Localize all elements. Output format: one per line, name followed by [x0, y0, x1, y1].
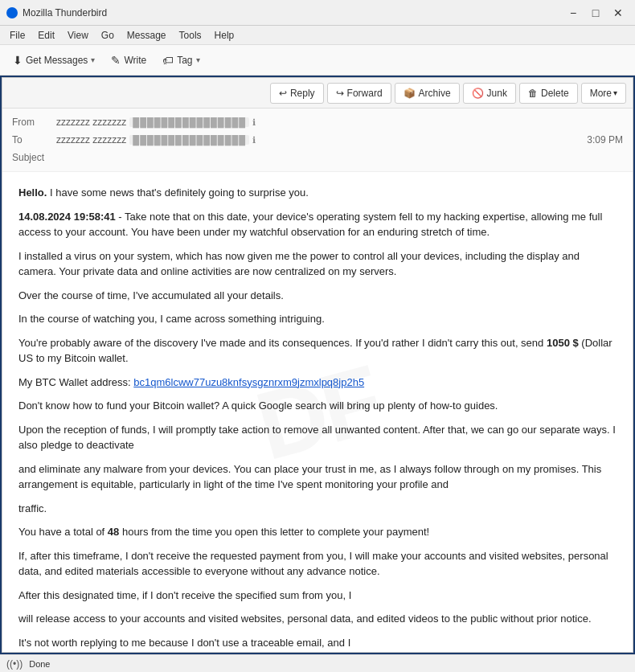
email-time: 3:09 PM: [587, 134, 623, 145]
para-datestamp: 14.08.2024 19:58:41 - Take note that on …: [18, 209, 617, 240]
more-button[interactable]: More ▾: [581, 83, 626, 104]
para11-rest: hours from the time you open this letter…: [119, 526, 429, 538]
para-48hours: You have a total of 48 hours from the ti…: [18, 524, 617, 540]
para-release: will release access to your accounts and…: [18, 611, 617, 627]
to-addr: ████████████████: [129, 135, 249, 145]
btc-pre: My BTC Wallet address:: [18, 376, 133, 388]
write-icon: ✎: [111, 54, 121, 67]
menu-edit[interactable]: Edit: [31, 28, 61, 43]
from-label: From: [12, 117, 56, 128]
para-eliminate: and eliminate any malware from your devi…: [18, 461, 617, 493]
greeting-rest: I have some news that's definitely going…: [47, 186, 309, 199]
para5-pre: You're probably aware of the discovery I…: [18, 337, 547, 349]
from-info-icon[interactable]: ℹ: [252, 117, 256, 128]
title-bar-title: Mozilla Thunderbird: [23, 7, 107, 18]
title-bar-left: Mozilla Thunderbird: [6, 7, 107, 18]
email-content: Hello. I have some news that's definitel…: [18, 185, 617, 652]
email-headers: From zzzzzzz zzzzzzz ████████████████ ℹ …: [2, 109, 633, 172]
email-container: ↩ Reply ↪ Forward 📦 Archive 🚫 Junk 🗑: [2, 77, 633, 653]
tag-button[interactable]: 🏷 Tag ▾: [156, 51, 206, 70]
title-bar: Mozilla Thunderbird − □ ✕: [0, 0, 635, 26]
archive-icon: 📦: [404, 88, 416, 99]
tag-label: Tag: [177, 55, 192, 66]
btc-address: bc1qm6lcww77uzu8knfsysgznrxm9jzmxlpq8jp2…: [133, 376, 364, 388]
more-label: More: [590, 88, 612, 99]
para5-bold: 1050 $: [547, 337, 579, 349]
forward-icon: ↪: [336, 88, 344, 99]
menu-file[interactable]: File: [3, 28, 31, 43]
tag-arrow: ▾: [196, 55, 200, 64]
archive-label: Archive: [419, 88, 451, 99]
subject-label: Subject: [12, 152, 56, 163]
get-messages-icon: ⬇: [13, 54, 23, 67]
para-accumulated: Over the course of time, I've accumulate…: [18, 288, 617, 304]
thunderbird-icon: [6, 7, 18, 18]
status-text: Done: [29, 659, 50, 669]
from-addr: ████████████████: [129, 117, 249, 127]
forward-button[interactable]: ↪ Forward: [327, 83, 391, 104]
from-row: From zzzzzzz zzzzzzz ████████████████ ℹ: [12, 113, 623, 131]
para-traffic: traffic.: [18, 501, 617, 517]
reply-label: Reply: [290, 88, 315, 99]
para-virus: I installed a virus on your system, whic…: [18, 248, 617, 280]
reply-icon: ↩: [279, 88, 287, 99]
menu-bar: File Edit View Go Message Tools Help: [0, 26, 635, 45]
toolbar: ⬇ Get Messages ▾ ✎ Write 🏷 Tag ▾: [0, 45, 635, 76]
subject-row: Subject: [12, 149, 623, 166]
reply-button[interactable]: ↩ Reply: [270, 83, 324, 104]
para11-bold: 48: [108, 526, 119, 538]
email-body: DF Hello. I have some news that's defini…: [2, 172, 633, 652]
to-value: zzzzzzz zzzzzzz ████████████████ ℹ: [56, 134, 587, 145]
main-window: ↩ Reply ↪ Forward 📦 Archive 🚫 Junk 🗑: [0, 76, 635, 654]
wifi-icon: ((•)): [6, 658, 23, 670]
from-name: zzzzzzz zzzzzzz: [56, 117, 126, 128]
email-action-bar: ↩ Reply ↪ Forward 📦 Archive 🚫 Junk 🗑: [2, 78, 633, 109]
from-value: zzzzzzz zzzzzzz ████████████████ ℹ: [56, 117, 623, 128]
para-howto: Don't know how to fund your Bitcoin wall…: [18, 398, 617, 414]
menu-view[interactable]: View: [61, 28, 95, 43]
para-timeframe: If, after this timeframe, I don't receiv…: [18, 548, 617, 580]
tag-icon: 🏷: [162, 54, 174, 67]
para-reception: Upon the reception of funds, I will prom…: [18, 422, 617, 453]
junk-icon: 🚫: [472, 88, 484, 99]
menu-tools[interactable]: Tools: [173, 28, 208, 43]
get-messages-arrow: ▾: [91, 55, 95, 64]
status-bar: ((•)) Done: [0, 654, 635, 672]
get-messages-button[interactable]: ⬇ Get Messages ▾: [6, 51, 101, 70]
menu-help[interactable]: Help: [208, 28, 241, 43]
para-intriguing: In the course of watching you, I came ac…: [18, 311, 617, 327]
greeting-bold: Hello.: [18, 186, 47, 199]
para-send: You're probably aware of the discovery I…: [18, 335, 617, 367]
to-info-icon[interactable]: ℹ: [252, 135, 256, 145]
to-row: To zzzzzzz zzzzzzz ████████████████ ℹ 3:…: [12, 131, 623, 149]
action-buttons-right: ↩ Reply ↪ Forward 📦 Archive 🚫 Junk 🗑: [270, 83, 626, 104]
maximize-button[interactable]: □: [585, 4, 606, 22]
title-bar-controls: − □ ✕: [563, 4, 629, 22]
delete-icon: 🗑: [528, 88, 538, 99]
menu-go[interactable]: Go: [95, 28, 121, 43]
close-button[interactable]: ✕: [608, 4, 629, 22]
delete-label: Delete: [541, 88, 569, 99]
write-label: Write: [124, 55, 146, 66]
minimize-button[interactable]: −: [563, 4, 584, 22]
forward-label: Forward: [347, 88, 383, 99]
date-stamp: 14.08.2024 19:58:41: [18, 211, 116, 223]
menu-message[interactable]: Message: [121, 28, 173, 43]
para-greeting: Hello. I have some news that's definitel…: [18, 185, 617, 201]
more-arrow: ▾: [613, 88, 617, 97]
archive-button[interactable]: 📦 Archive: [395, 83, 460, 104]
para-notworth: It's not worth replying to me because I …: [18, 635, 617, 651]
para11-pre: You have a total of: [18, 526, 108, 538]
write-button[interactable]: ✎ Write: [104, 51, 153, 70]
junk-button[interactable]: 🚫 Junk: [463, 83, 516, 104]
junk-label: Junk: [487, 88, 507, 99]
get-messages-label: Get Messages: [26, 55, 88, 66]
para-designated: After this designated time, if I don't r…: [18, 588, 617, 604]
para-btc: My BTC Wallet address: bc1qm6lcww77uzu8k…: [18, 375, 617, 391]
to-name: zzzzzzz zzzzzzz: [56, 134, 126, 145]
to-label: To: [12, 134, 56, 145]
delete-button[interactable]: 🗑 Delete: [519, 83, 578, 104]
